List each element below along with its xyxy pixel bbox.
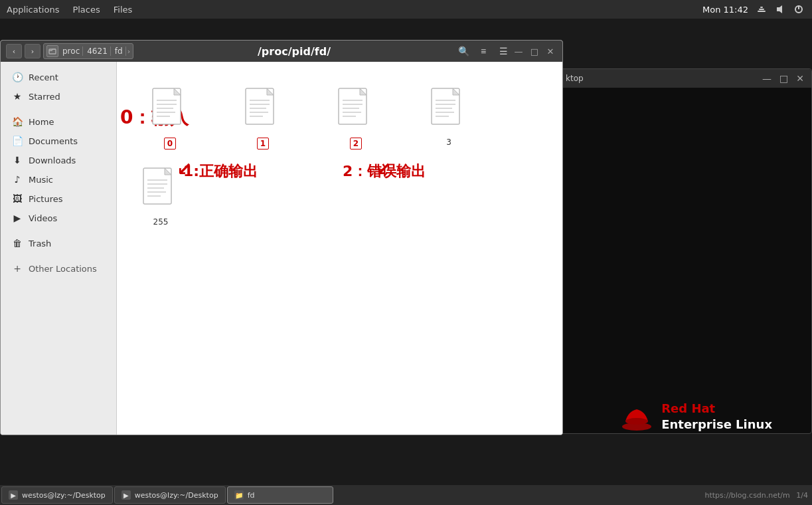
svg-rect-2	[760, 7, 763, 8]
topbar: Applications Places Files Mon 11:42	[0, 0, 812, 19]
taskbar-terminal2-icon: ▶	[122, 490, 131, 500]
fm-view-btn[interactable]: ≡	[475, 44, 492, 58]
fm-body: 🕐 Recent ★ Starred 🏠 Home 📄 Documents	[1, 62, 562, 435]
sidebar-item-other[interactable]: + Other Locations	[3, 259, 114, 278]
redhat-text: Red Hat Enterprise Linux	[661, 401, 772, 432]
file-item-1[interactable]: 1	[223, 82, 303, 155]
documents-icon: 📄	[11, 136, 23, 146]
fm-titlebar: ‹ › proc 4621 fd › /proc/pid/fd/	[1, 41, 562, 62]
fm-breadcrumb: proc 4621 fd ›	[43, 43, 133, 59]
sidebar-item-music[interactable]: ♪ Music	[3, 170, 114, 189]
svg-point-7	[625, 418, 648, 425]
file-item-2[interactable]: 2	[316, 82, 396, 155]
fm-search-btn[interactable]: 🔍	[455, 44, 472, 58]
sidebar-label-recent: Recent	[29, 72, 58, 82]
taskbar-fd-label: fd	[248, 491, 255, 500]
fm-forward-btn[interactable]: ›	[25, 44, 41, 58]
file-name-255: 255	[153, 217, 169, 227]
taskbar-terminal1-label: westos@lzy:~/Desktop	[22, 491, 106, 500]
file-icon-2	[336, 87, 376, 135]
terminal-window: ktop — □ ✕	[560, 68, 812, 434]
file-item-3[interactable]: 3	[409, 82, 489, 155]
sidebar-label-music: Music	[29, 175, 53, 185]
starred-icon: ★	[11, 91, 23, 102]
taskbar: ▶ westos@lzy:~/Desktop ▶ westos@lzy:~/De…	[0, 485, 812, 505]
fm-close-btn[interactable]: ✕	[544, 45, 557, 58]
home-icon: 🏠	[11, 116, 23, 127]
fm-minimize-btn[interactable]: —	[512, 45, 525, 58]
file-icon-255	[141, 167, 181, 215]
topbar-files[interactable]: Files	[107, 5, 139, 15]
trash-icon: 🗑	[11, 238, 23, 249]
fm-path-title: /proc/pid/fd/	[133, 45, 455, 58]
sidebar-item-recent[interactable]: 🕐 Recent	[3, 68, 114, 86]
fm-window-controls: — □ ✕	[512, 45, 557, 58]
file-icon-0	[150, 87, 190, 135]
taskbar-fd-icon: 📁	[234, 490, 244, 500]
fm-content: 0：输入 ↙ 1:正确输出 ↙ 2：错误输出	[117, 62, 562, 435]
file-grid: 0	[130, 75, 549, 155]
sidebar-label-starred: Starred	[29, 92, 60, 102]
breadcrumb-proc[interactable]: proc	[60, 47, 83, 56]
topbar-left: Applications Places Files	[0, 0, 139, 19]
sidebar-label-home: Home	[29, 117, 54, 127]
taskbar-item-terminal1[interactable]: ▶ westos@lzy:~/Desktop	[1, 486, 113, 504]
file-item-0[interactable]: 0	[130, 82, 210, 155]
taskbar-pages: 1/4	[796, 491, 808, 500]
music-icon: ♪	[11, 174, 23, 185]
taskbar-url: https://blog.csdn.net/m	[704, 491, 789, 500]
power-icon[interactable]	[793, 4, 804, 15]
recent-icon: 🕐	[11, 72, 23, 82]
filemanager-window: ‹ › proc 4621 fd › /proc/pid/fd/	[0, 40, 563, 435]
sidebar-item-documents[interactable]: 📄 Documents	[3, 132, 114, 150]
sidebar-label-videos: Videos	[29, 213, 57, 223]
terminal-titlebar: ktop — □ ✕	[560, 69, 811, 88]
sidebar-item-home[interactable]: 🏠 Home	[3, 112, 114, 131]
sidebar-item-videos[interactable]: ▶ Videos	[3, 209, 114, 227]
terminal-maximize-btn[interactable]: □	[777, 73, 790, 84]
taskbar-item-fd[interactable]: 📁 fd	[227, 486, 333, 504]
terminal-close-btn[interactable]: ✕	[794, 73, 806, 84]
redhat-logo: Red Hat Enterprise Linux	[620, 401, 772, 432]
terminal-controls: — □ ✕	[760, 73, 806, 84]
file-row-2: 255	[130, 155, 549, 232]
sidebar-separator-3	[1, 253, 116, 258]
file-icon-3	[429, 87, 469, 135]
terminal-minimize-btn[interactable]: —	[760, 73, 773, 84]
topbar-applications[interactable]: Applications	[0, 5, 66, 15]
file-name-1: 1	[257, 138, 269, 150]
taskbar-terminal1-icon: ▶	[9, 490, 18, 500]
sidebar-separator-2	[1, 228, 116, 233]
sidebar-item-downloads[interactable]: ⬇ Downloads	[3, 151, 114, 169]
svg-rect-1	[759, 9, 764, 10]
file-item-255[interactable]: 255	[135, 161, 186, 232]
videos-icon: ▶	[11, 213, 23, 223]
breadcrumb-fd[interactable]: fd	[112, 47, 126, 56]
sidebar-item-starred[interactable]: ★ Starred	[3, 87, 114, 106]
svg-rect-0	[758, 11, 766, 12]
fm-back-btn[interactable]: ‹	[6, 44, 22, 58]
sidebar-label-trash: Trash	[29, 239, 51, 249]
downloads-icon: ⬇	[11, 155, 23, 165]
fm-toolbar-right: 🔍 ≡ ☰	[455, 44, 512, 58]
volume-icon[interactable]	[775, 4, 785, 15]
svg-marker-3	[777, 5, 782, 13]
file-icon-1	[243, 87, 283, 135]
network-icon[interactable]	[756, 4, 767, 15]
file-name-2: 2	[350, 138, 362, 150]
breadcrumb-arrow[interactable]: ›	[127, 47, 130, 56]
redhat-hat-icon	[620, 401, 653, 431]
sidebar-label-documents: Documents	[29, 136, 78, 146]
taskbar-item-terminal2[interactable]: ▶ westos@lzy:~/Desktop	[114, 486, 226, 504]
topbar-places[interactable]: Places	[66, 5, 106, 15]
sidebar-item-pictures[interactable]: 🖼 Pictures	[3, 189, 114, 208]
fm-maximize-btn[interactable]: □	[528, 45, 541, 58]
pictures-icon: 🖼	[11, 193, 23, 204]
desktop: ktop — □ ✕ Red Hat Enterprise Linux ‹ ›	[0, 19, 812, 485]
sidebar-item-trash[interactable]: 🗑 Trash	[3, 234, 114, 252]
fm-menu-btn[interactable]: ☰	[495, 44, 512, 58]
fm-sidebar: 🕐 Recent ★ Starred 🏠 Home 📄 Documents	[1, 62, 117, 435]
breadcrumb-pid[interactable]: 4621	[84, 47, 111, 56]
sidebar-label-downloads: Downloads	[29, 155, 76, 165]
taskbar-terminal2-label: westos@lzy:~/Desktop	[135, 491, 218, 500]
